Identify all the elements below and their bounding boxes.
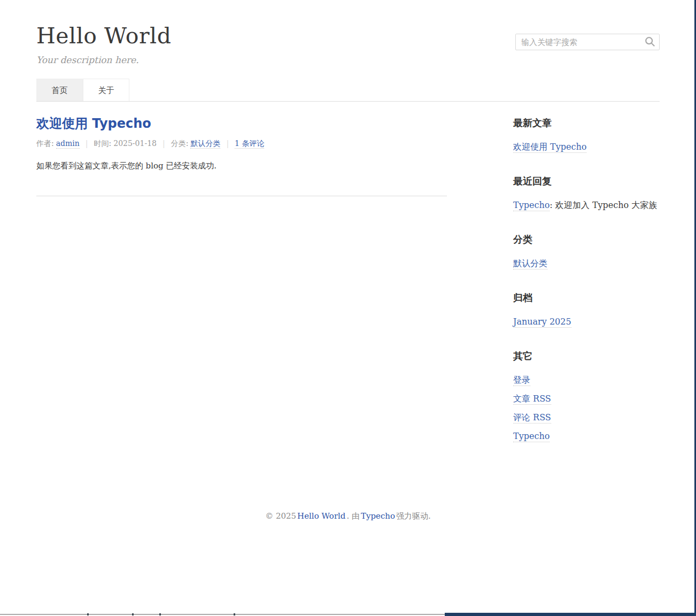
post-date: 2025-01-18	[113, 139, 157, 148]
site-title-link[interactable]: Hello World	[36, 23, 171, 49]
background-window-edge-bottom	[445, 613, 696, 616]
widget-recent-posts: 最新文章 欢迎使用 Typecho	[513, 117, 660, 152]
widget-title-misc: 其它	[513, 350, 660, 363]
author-link[interactable]: admin	[56, 139, 80, 149]
archive-link[interactable]: January 2025	[513, 317, 571, 328]
search-input[interactable]	[515, 34, 660, 50]
sidebar: 最新文章 欢迎使用 Typecho 最近回复 Typecho: 欢迎加入 Typ…	[513, 116, 660, 464]
post-meta: 作者:admin|时间:2025-01-18|分类:默认分类|1 条评论	[36, 139, 447, 149]
login-link[interactable]: 登录	[513, 375, 530, 386]
author-label: 作者:	[36, 139, 54, 148]
search-button[interactable]	[644, 36, 656, 49]
list-item: 欢迎使用 Typecho	[513, 141, 660, 152]
widget-recent-comments: 最近回复 Typecho: 欢迎加入 Typecho 大家族	[513, 175, 660, 211]
taskbar-icon-tick	[159, 613, 161, 615]
category-label: 分类:	[171, 139, 189, 148]
widget-title-recent-posts: 最新文章	[513, 117, 660, 129]
post: 欢迎使用 Typecho 作者:admin|时间:2025-01-18|分类:默…	[36, 116, 447, 172]
site-description: Your description here.	[36, 55, 660, 65]
comment-excerpt: : 欢迎加入 Typecho 大家族	[550, 200, 657, 210]
category-sidebar-link[interactable]: 默认分类	[513, 258, 547, 270]
site-footer: © 2025Hello World. 由Typecho强力驱动.	[36, 464, 660, 521]
widget-title-archives: 归档	[513, 291, 660, 304]
time-label: 时间:	[94, 139, 112, 148]
post-title-link[interactable]: 欢迎使用 Typecho	[36, 116, 151, 131]
list-item: January 2025	[513, 316, 660, 327]
copyright-text: © 2025	[265, 511, 296, 521]
list-item: 评论 RSS	[513, 412, 660, 423]
footer-engine-link[interactable]: Typecho	[361, 511, 395, 521]
taskbar-top-edge	[0, 614, 448, 615]
taskbar-icon-tick	[234, 613, 235, 615]
widget-title-recent-comments: 最近回复	[513, 175, 660, 188]
post-divider	[36, 196, 447, 196]
widget-misc: 其它 登录 文章 RSS 评论 RSS Typecho	[513, 350, 660, 442]
comment-author-link[interactable]: Typecho	[513, 200, 550, 211]
footer-site-link[interactable]: Hello World	[297, 511, 345, 521]
comment-rss-link[interactable]: 评论 RSS	[513, 412, 551, 424]
nav-item-home[interactable]: 首页	[36, 79, 83, 101]
powered-prefix: . 由	[346, 511, 360, 521]
list-item: Typecho	[513, 430, 660, 442]
site-header: Hello World Your description here. 首页 关于	[36, 0, 660, 102]
widget-title-categories: 分类	[513, 233, 660, 246]
widget-categories: 分类 默认分类	[513, 233, 660, 269]
main-content: 欢迎使用 Typecho 作者:admin|时间:2025-01-18|分类:默…	[36, 116, 447, 464]
post-title: 欢迎使用 Typecho	[36, 116, 447, 132]
recent-post-link[interactable]: 欢迎使用 Typecho	[513, 142, 586, 153]
list-item: 默认分类	[513, 258, 660, 269]
comments-link[interactable]: 1 条评论	[235, 139, 264, 149]
list-item: 文章 RSS	[513, 393, 660, 404]
taskbar-icon-tick	[132, 613, 134, 615]
typecho-link[interactable]: Typecho	[513, 431, 550, 442]
list-item: 登录	[513, 374, 660, 386]
main-nav: 首页 关于	[36, 79, 660, 101]
post-body: 如果您看到这篇文章,表示您的 blog 已经安装成功.	[36, 159, 447, 172]
nav-item-about[interactable]: 关于	[83, 79, 129, 101]
search-icon	[644, 41, 656, 49]
post-rss-link[interactable]: 文章 RSS	[513, 394, 551, 405]
powered-suffix: 强力驱动.	[396, 511, 431, 521]
taskbar-icon-tick	[87, 613, 89, 615]
list-item: Typecho: 欢迎加入 Typecho 大家族	[513, 199, 660, 211]
widget-archives: 归档 January 2025	[513, 291, 660, 327]
category-link[interactable]: 默认分类	[190, 139, 220, 149]
search-form	[515, 34, 660, 50]
